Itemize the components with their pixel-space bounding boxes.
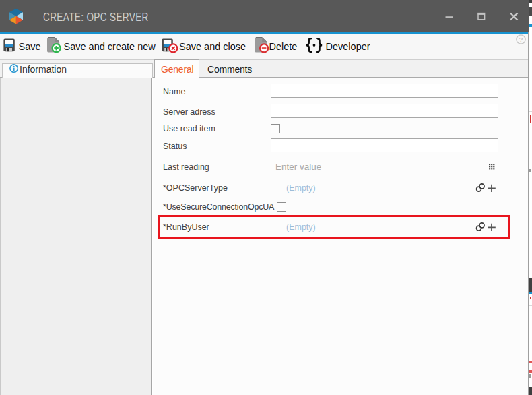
svg-text:?: ? (519, 36, 523, 43)
